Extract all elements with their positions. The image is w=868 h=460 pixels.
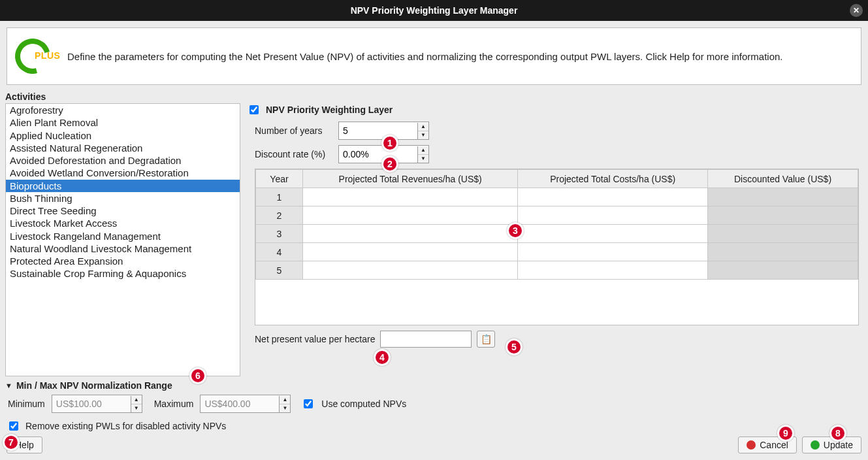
revenue-cell[interactable] <box>303 243 518 261</box>
discounted-cell <box>708 188 858 206</box>
remove-pwl-label: Remove existing PWLs for disabled activi… <box>25 421 226 431</box>
list-item[interactable]: Assisted Natural Regeneration <box>6 142 240 154</box>
remove-pwl-checkbox[interactable] <box>9 421 18 431</box>
activities-label: Activities <box>0 91 868 103</box>
revenue-cell[interactable] <box>303 225 518 243</box>
marker-8: 8 <box>829 425 846 442</box>
revenue-cell[interactable] <box>303 206 518 225</box>
min-stepper[interactable]: ▲▼ <box>52 395 142 413</box>
collapse-icon[interactable]: ▼ <box>5 382 12 389</box>
marker-9: 9 <box>777 425 794 442</box>
titlebar: NPV Priority Weighting Layer Manager ✕ <box>0 0 868 21</box>
activities-list[interactable]: AgroforestryAlien Plant RemovalApplied N… <box>5 103 240 376</box>
cost-cell[interactable] <box>518 206 708 225</box>
marker-7: 7 <box>3 434 20 451</box>
list-item[interactable]: Avoided Wetland Conversion/Restoration <box>6 167 240 179</box>
marker-6: 6 <box>189 367 206 384</box>
list-item[interactable]: Avoided Deforestation and Degradation <box>6 154 240 167</box>
year-cell: 1 <box>256 188 303 206</box>
list-item[interactable]: Protected Area Expansion <box>6 255 240 267</box>
list-item[interactable]: Bioproducts <box>6 180 240 192</box>
discount-down[interactable]: ▼ <box>418 155 428 163</box>
year-cell: 5 <box>256 261 303 280</box>
list-item[interactable]: Bush Thinning <box>6 192 240 205</box>
table-row: 2 <box>256 206 858 225</box>
year-cell: 3 <box>256 225 303 243</box>
max-label: Maximum <box>154 399 194 409</box>
max-down[interactable]: ▼ <box>280 404 290 412</box>
discounted-cell <box>708 206 858 225</box>
discount-up[interactable]: ▲ <box>418 146 428 155</box>
revenue-cell[interactable] <box>303 261 518 280</box>
close-icon[interactable]: ✕ <box>850 4 863 17</box>
discounted-cell <box>708 225 858 243</box>
normalization-row: Minimum ▲▼ Maximum ▲▼ Use computed NPVs <box>0 392 868 416</box>
table-row: 4 <box>256 243 858 261</box>
list-item[interactable]: Agroforestry <box>6 104 240 116</box>
npv-panel: NPV Priority Weighting Layer Number of y… <box>243 103 863 376</box>
normalization-header[interactable]: ▼ Min / Max NPV Normalization Range <box>0 376 868 392</box>
col-costs: Projected Total Costs/ha (US$) <box>518 170 708 188</box>
list-item[interactable]: Sustainable Crop Farming & Aquaponics <box>6 267 240 280</box>
use-computed-checkbox[interactable] <box>304 399 313 408</box>
list-item[interactable]: Livestock Rangeland Management <box>6 230 240 242</box>
cost-cell[interactable] <box>518 188 708 206</box>
normalization-title: Min / Max NPV Normalization Range <box>16 380 172 391</box>
window: NPV Priority Weighting Layer Manager ✕ P… <box>0 0 868 460</box>
num-years-label: Number of years <box>255 125 333 136</box>
npv-per-ha-input[interactable] <box>380 331 472 348</box>
discount-label: Discount rate (%) <box>255 149 333 159</box>
list-item[interactable]: Alien Plant Removal <box>6 116 240 129</box>
intro-description: Define the parameters for computing the … <box>67 51 783 62</box>
table-row: 3 <box>256 225 858 243</box>
num-years-down[interactable]: ▼ <box>418 131 428 139</box>
copy-npv-button[interactable]: 📋 <box>477 331 495 348</box>
npv-enable-row: NPV Priority Weighting Layer <box>243 103 863 116</box>
clipboard-icon: 📋 <box>481 334 492 344</box>
max-input[interactable] <box>201 396 279 412</box>
window-title: NPV Priority Weighting Layer Manager <box>351 5 518 16</box>
marker-5: 5 <box>506 338 522 355</box>
discounted-cell <box>708 261 858 280</box>
check-icon <box>811 440 820 450</box>
year-cell: 2 <box>256 206 303 225</box>
cost-cell[interactable] <box>518 261 708 280</box>
num-years-up[interactable]: ▲ <box>418 123 428 131</box>
table-row: 1 <box>256 188 858 206</box>
marker-1: 1 <box>381 135 398 152</box>
min-down[interactable]: ▼ <box>131 404 142 412</box>
list-item[interactable]: Direct Tree Seeding <box>6 205 240 217</box>
cancel-icon <box>747 440 756 450</box>
npv-enable-checkbox[interactable] <box>249 105 259 114</box>
marker-2: 2 <box>381 156 398 172</box>
marker-3: 3 <box>507 222 524 239</box>
list-item[interactable]: Applied Nucleation <box>6 129 240 142</box>
revenue-cell[interactable] <box>303 188 518 206</box>
col-revenues: Projected Total Revenues/ha (US$) <box>303 170 518 188</box>
col-discounted: Discounted Value (US$) <box>708 170 858 188</box>
list-item[interactable]: Livestock Market Access <box>6 217 240 229</box>
cplus-logo: PLUS <box>15 39 54 74</box>
min-input[interactable] <box>52 396 131 412</box>
npv-enable-label: NPV Priority Weighting Layer <box>266 105 393 115</box>
marker-4: 4 <box>374 349 391 366</box>
use-computed-label: Use computed NPVs <box>321 399 406 409</box>
intro-panel: PLUS Define the parameters for computing… <box>7 27 861 85</box>
year-cell: 4 <box>256 243 303 261</box>
discounted-cell <box>708 243 858 261</box>
logo-text: PLUS <box>35 50 60 61</box>
col-year: Year <box>256 170 303 188</box>
max-stepper[interactable]: ▲▼ <box>200 395 291 413</box>
min-up[interactable]: ▲ <box>131 396 142 404</box>
min-label: Minimum <box>8 399 45 409</box>
cost-cell[interactable] <box>518 225 708 243</box>
num-years-input[interactable] <box>339 123 417 139</box>
list-item[interactable]: Natural Woodland Livestock Management <box>6 242 240 255</box>
max-up[interactable]: ▲ <box>280 396 290 404</box>
table-row: 5 <box>256 261 858 280</box>
npv-per-ha-label: Net present value per hectare <box>255 334 375 344</box>
discount-input[interactable] <box>339 146 417 162</box>
cost-cell[interactable] <box>518 243 708 261</box>
npv-table[interactable]: Year Projected Total Revenues/ha (US$) P… <box>255 169 859 325</box>
